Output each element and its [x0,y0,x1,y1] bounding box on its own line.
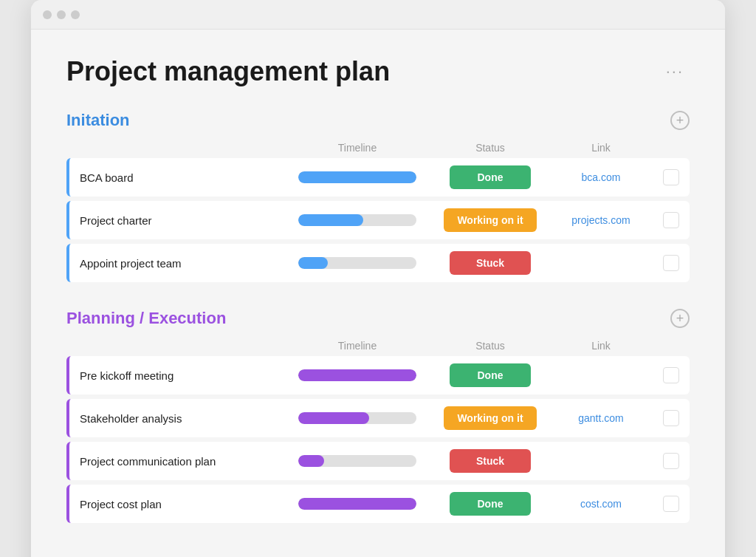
row-extra [653,453,690,469]
table-row[interactable]: Project cost plan Done cost.com [66,485,690,523]
row-checkbox[interactable] [663,496,679,512]
row-timeline [284,214,431,226]
row-checkbox[interactable] [663,212,679,228]
page-title-row: Project management plan ··· [66,56,690,87]
table-row[interactable]: Appoint project team Stuck [66,244,690,282]
row-timeline [284,412,431,424]
section-header-initiation: Initation + [66,111,690,130]
col-timeline-label: Timeline [284,340,431,352]
timeline-bar-fill [298,498,416,510]
col-status-label: Status [431,142,549,154]
row-timeline [284,498,431,510]
row-link[interactable]: gantt.com [549,412,653,424]
page-title: Project management plan [66,56,390,87]
section-planning: Planning / Execution + Timeline Status L… [66,309,690,523]
col-extra-label [653,142,690,154]
timeline-bar-container [298,369,416,381]
row-extra [653,367,690,383]
row-status: Stuck [431,251,549,275]
close-button[interactable] [43,10,52,19]
titlebar [31,0,725,30]
sections-container: Initation + Timeline Status Link BCA boa… [66,111,690,523]
timeline-bar-container [298,171,416,183]
row-extra [653,169,690,185]
table-header-planning: Timeline Status Link [66,335,690,356]
row-timeline [284,171,431,183]
row-status: Done [431,363,549,387]
timeline-bar-container [298,498,416,510]
table-row[interactable]: BCA board Done bca.com [66,158,690,197]
section-title-planning: Planning / Execution [66,309,226,328]
section-header-planning: Planning / Execution + [66,309,690,328]
add-row-button-planning[interactable]: + [670,309,690,328]
row-timeline [284,455,431,467]
section-initiation: Initation + Timeline Status Link BCA boa… [66,111,690,282]
row-extra [653,212,690,228]
table-row[interactable]: Stakeholder analysis Working on it gantt… [66,399,690,437]
col-name-label [75,142,284,154]
timeline-bar-fill [298,369,416,381]
timeline-bar-container [298,455,416,467]
row-status: Working on it [431,208,549,232]
status-badge: Working on it [444,208,536,232]
row-extra [653,255,690,271]
section-header-row: Planning / Execution + [66,309,690,328]
row-status: Done [431,492,549,516]
minimize-button[interactable] [57,10,66,19]
add-row-button-initiation[interactable]: + [670,111,690,130]
more-options-button[interactable]: ··· [660,59,690,84]
status-badge: Stuck [450,251,531,275]
col-link-label: Link [549,142,653,154]
timeline-bar-fill [298,412,369,424]
table-row[interactable]: Project communication plan Stuck [66,442,690,480]
row-timeline [284,257,431,269]
status-badge: Stuck [450,449,531,473]
timeline-bar-fill [298,214,363,226]
row-timeline [284,369,431,381]
col-status-label: Status [431,340,549,352]
row-status: Stuck [431,449,549,473]
timeline-bar-container [298,214,416,226]
row-status: Working on it [431,406,549,430]
status-badge: Working on it [444,406,536,430]
app-window: Project management plan ··· Initation + … [31,0,725,557]
row-name: Project communication plan [69,455,284,468]
row-checkbox[interactable] [663,453,679,469]
traffic-lights [43,10,80,19]
col-name-label [75,340,284,352]
row-link[interactable]: projects.com [549,214,653,226]
row-extra [653,410,690,426]
col-link-label: Link [549,340,653,352]
row-checkbox[interactable] [663,367,679,383]
row-name: Project charter [69,214,284,227]
status-badge: Done [450,165,531,189]
table-row[interactable]: Project charter Working on it projects.c… [66,201,690,239]
col-timeline-label: Timeline [284,142,431,154]
row-name: Project cost plan [69,498,284,510]
main-content: Project management plan ··· Initation + … [31,30,725,557]
row-name: Pre kickoff meeting [69,369,284,382]
section-title-initiation: Initation [66,111,130,130]
row-checkbox[interactable] [663,169,679,185]
row-name: BCA board [69,171,284,184]
col-extra-label [653,340,690,352]
maximize-button[interactable] [71,10,80,19]
table-header-initiation: Timeline Status Link [66,137,690,158]
row-name: Stakeholder analysis [69,412,284,425]
status-badge: Done [450,363,531,387]
timeline-bar-container [298,257,416,269]
timeline-bar-fill [298,257,328,269]
row-extra [653,496,690,512]
status-badge: Done [450,492,531,516]
row-name: Appoint project team [69,257,284,270]
table-row[interactable]: Pre kickoff meeting Done [66,356,690,394]
row-checkbox[interactable] [663,410,679,426]
timeline-bar-fill [298,171,416,183]
timeline-bar-container [298,412,416,424]
section-header-row: Initation + [66,111,690,130]
row-link[interactable]: cost.com [549,498,653,510]
row-status: Done [431,165,549,189]
row-link[interactable]: bca.com [549,171,653,183]
timeline-bar-fill [298,455,324,467]
row-checkbox[interactable] [663,255,679,271]
